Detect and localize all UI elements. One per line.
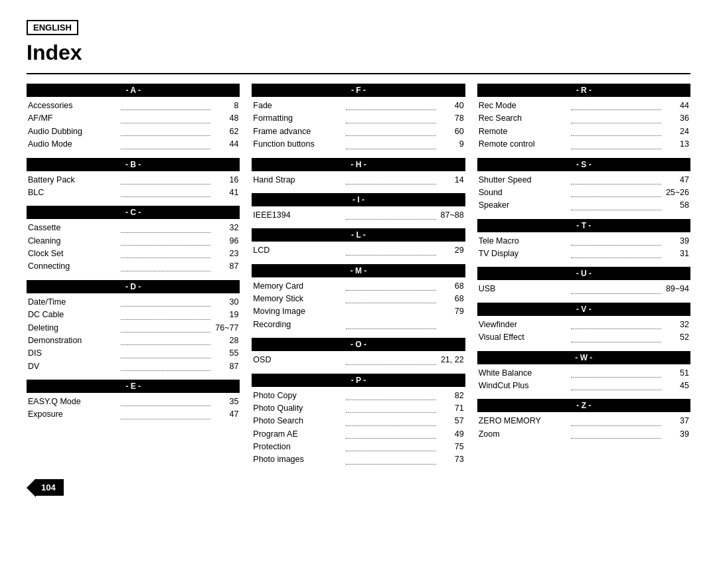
index-entry: Formatting78 — [252, 112, 465, 125]
index-entry: Zoom39 — [477, 428, 690, 441]
section-header-col3-1: - R - — [477, 84, 690, 97]
entry-name: Photo images — [253, 453, 343, 466]
section-header-col3-3: - T - — [477, 219, 690, 232]
entry-page: 28 — [213, 334, 238, 347]
section-header-col1-5: - E - — [27, 380, 240, 393]
index-entry: USB89~94 — [477, 283, 690, 295]
entry-dots — [121, 296, 211, 307]
entry-dots — [121, 408, 211, 419]
entry-name: AF/MF — [28, 112, 118, 125]
index-entry: Cassette32 — [27, 222, 240, 234]
entry-dots — [121, 222, 211, 232]
entry-page: 60 — [439, 125, 464, 138]
entry-dots — [571, 248, 661, 258]
entry-page: 57 — [439, 415, 464, 427]
entry-name: Audio Mode — [28, 138, 118, 151]
entry-page: 19 — [213, 309, 238, 321]
entry-page: 48 — [213, 112, 238, 125]
entry-name: Remote — [479, 125, 569, 138]
entry-page: 13 — [664, 138, 689, 151]
entry-name: Photo Search — [253, 415, 343, 427]
entry-page: 9 — [439, 138, 464, 151]
entry-dots — [121, 322, 211, 332]
index-entry: Connecting87 — [27, 260, 240, 273]
entry-name: Audio Dubbing — [28, 125, 118, 138]
entry-page: 45 — [664, 380, 689, 392]
entry-dots — [571, 186, 661, 197]
entry-name: Photo Quality — [253, 402, 343, 415]
section-header-col2-7: - P - — [252, 374, 465, 387]
entry-dots — [121, 260, 211, 271]
entry-name: Frame advance — [253, 125, 343, 138]
index-entry: Remote24 — [477, 125, 690, 138]
entry-dots — [346, 428, 436, 439]
section-header-col1-3: - C - — [27, 206, 240, 219]
index-entry: White Balance51 — [477, 367, 690, 380]
entry-page: 36 — [664, 112, 689, 125]
entry-dots — [346, 125, 436, 136]
entry-page: 96 — [213, 235, 238, 248]
index-entry: Demonstration28 — [27, 334, 240, 347]
index-entry: Photo Copy82 — [252, 390, 465, 402]
entry-page: 21, 22 — [439, 354, 464, 366]
entry-dots — [121, 112, 211, 123]
entry-name: Remote control — [479, 138, 569, 151]
entry-name: White Balance — [479, 367, 569, 380]
page-title: Index — [27, 40, 690, 65]
section-header-col1-2: - B - — [27, 158, 240, 171]
entry-page: 79 — [439, 305, 464, 331]
index-entry: Clock Set23 — [27, 248, 240, 260]
index-entry: OSD21, 22 — [252, 354, 465, 366]
index-entry: Rec Mode44 — [477, 100, 690, 112]
entry-page: 55 — [213, 347, 238, 360]
index-entry: Exposure47 — [27, 408, 240, 421]
entry-dots — [571, 138, 661, 149]
index-entry: TV Display31 — [477, 248, 690, 260]
language-badge: ENGLISH — [27, 20, 78, 35]
section-header-col3-2: - S - — [477, 158, 690, 171]
index-entry: ZERO MEMORY37 — [477, 415, 690, 427]
entry-name: Viewfinder — [479, 319, 569, 331]
entry-dots — [346, 244, 436, 255]
entry-dots — [346, 209, 436, 220]
section-header-col3-5: - V - — [477, 303, 690, 316]
entry-name: DC Cable — [28, 309, 118, 321]
entry-name: ZERO MEMORY — [479, 415, 569, 427]
index-entry: Viewfinder32 — [477, 319, 690, 331]
entry-name: Date/Time — [28, 296, 118, 309]
index-entry: Audio Mode44 — [27, 138, 240, 151]
entry-dots — [346, 112, 436, 123]
entry-dots — [571, 283, 661, 293]
section-header-col3-4: - U - — [477, 267, 690, 280]
entry-page: 87 — [213, 260, 238, 273]
column-3: - R -Rec Mode44Rec Search36Remote24Remot… — [477, 84, 690, 467]
entry-page: 16 — [213, 174, 238, 186]
index-entry: Audio Dubbing62 — [27, 125, 240, 138]
entry-dots — [346, 174, 436, 184]
entry-dots — [121, 248, 211, 258]
section-header-col2-1: - F - — [252, 84, 465, 97]
entry-page: 39 — [664, 235, 689, 248]
entry-dots — [571, 319, 661, 329]
index-entry: Protection75 — [252, 441, 465, 453]
entry-page: 31 — [664, 248, 689, 260]
entry-dots — [121, 100, 211, 110]
index-entry: Photo images73 — [252, 453, 465, 466]
entry-name: Rec Search — [479, 112, 569, 125]
column-1: - A -Accessories8AF/MF48Audio Dubbing62A… — [27, 84, 240, 467]
entry-page: 68 — [439, 280, 464, 293]
entry-name: Tele Macro — [479, 235, 569, 248]
section-header-col2-5: - M - — [252, 264, 465, 277]
entry-name: Battery Pack — [28, 174, 118, 186]
entry-name: IEEE1394 — [253, 209, 343, 222]
index-entry: Rec Search36 — [477, 112, 690, 125]
entry-dots — [121, 360, 211, 371]
entry-name: Connecting — [28, 260, 118, 273]
entry-dots — [121, 347, 211, 358]
entry-dots — [121, 186, 211, 197]
entry-name: BLC — [28, 186, 118, 199]
entry-page: 58 — [664, 199, 689, 212]
entry-name: Exposure — [28, 408, 118, 421]
entry-dots — [121, 396, 211, 406]
entry-page: 14 — [439, 174, 464, 186]
